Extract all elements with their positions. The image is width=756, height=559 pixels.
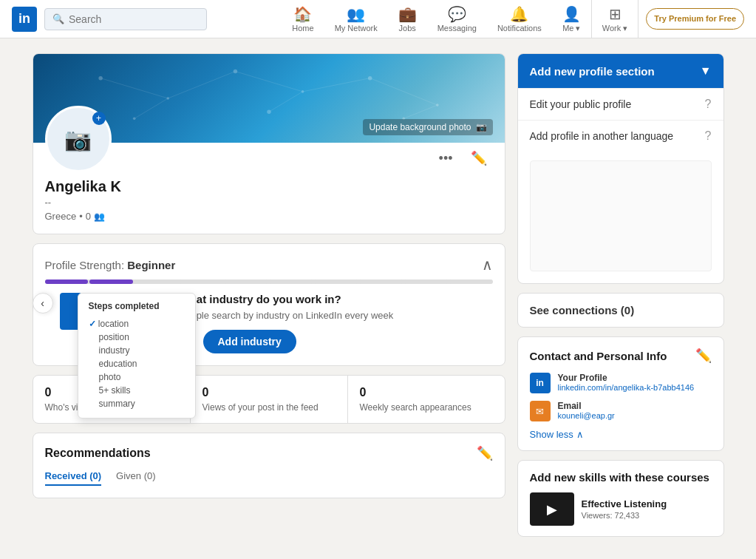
email-icon: ✉ xyxy=(530,401,551,421)
home-icon: 🏠 xyxy=(293,5,312,23)
stat-search-num: 0 xyxy=(360,386,493,399)
contact-edit-button[interactable]: ✏️ xyxy=(695,348,712,364)
avatar-plus-icon: + xyxy=(92,112,106,125)
add-section-card: Add new profile section ▼ Edit your publ… xyxy=(517,53,724,284)
nav-item-home[interactable]: 🏠 Home xyxy=(282,0,324,38)
svg-line-10 xyxy=(168,72,235,98)
profile-top-actions: ••• ✏️ xyxy=(433,147,493,169)
profile-name: Angelika K xyxy=(45,178,493,195)
left-column: Update background photo 📷 📷 + ••• ✏️ Ang… xyxy=(33,53,505,537)
progress-filled-1 xyxy=(45,280,89,284)
progress-empty-1 xyxy=(134,280,178,284)
steps-tooltip: Steps completed ✓ location position indu… xyxy=(78,293,196,419)
right-column: Add new profile section ▼ Edit your publ… xyxy=(517,53,724,537)
profile-url[interactable]: linkedin.com/in/angelika-k-b7abb4146 xyxy=(558,383,695,392)
step-photo: photo xyxy=(89,370,185,384)
work-icon: ⊞ xyxy=(609,5,622,23)
edit-public-profile-item[interactable]: Edit your public profile ? xyxy=(518,88,723,120)
steps-list: ✓ location position industry education p… xyxy=(89,317,185,410)
linkedin-logo[interactable]: in xyxy=(12,7,37,32)
contact-header: Contact and Personal Info ✏️ xyxy=(530,348,712,364)
nav-item-work[interactable]: ⊞ Work ▾ xyxy=(592,0,639,38)
industry-question: What industry do you work in? xyxy=(180,293,493,305)
strength-title: Profile Strength: Beginner xyxy=(45,259,176,271)
me-label: Me ▾ xyxy=(562,24,580,33)
camera-icon: 📷 xyxy=(476,122,487,132)
nav-item-jobs[interactable]: 💼 Jobs xyxy=(388,0,427,38)
stat-search-label: Weekly search appearances xyxy=(360,402,493,413)
play-button-icon: ▶ xyxy=(547,501,557,518)
profile-card: Update background photo 📷 📷 + ••• ✏️ Ang… xyxy=(33,53,505,234)
steps-title: Steps completed xyxy=(89,301,185,311)
add-language-item[interactable]: Add profile in another language ? xyxy=(518,120,723,152)
home-label: Home xyxy=(292,24,313,33)
svg-point-0 xyxy=(98,76,102,80)
strength-progress-bar xyxy=(45,280,493,284)
progress-empty-7 xyxy=(404,280,448,284)
nav-item-messaging[interactable]: 💬 Messaging xyxy=(427,0,487,38)
more-options-button[interactable]: ••• xyxy=(433,148,459,169)
chevron-down-icon: ▼ xyxy=(700,64,712,78)
notifications-icon: 🔔 xyxy=(510,5,528,23)
scroll-left-btn[interactable]: ‹ xyxy=(33,293,53,314)
nav-item-me[interactable]: 👤 Me ▾ xyxy=(552,0,592,38)
stat-item-post-views[interactable]: 0 Views of your post in the feed xyxy=(191,376,348,423)
profile-headline: -- xyxy=(45,197,493,208)
rec-tabs: Received (0) Given (0) xyxy=(45,470,493,486)
top-nav: in 🔍 🏠 Home 👥 My Network 💼 Jobs 💬 Messag… xyxy=(0,0,756,38)
show-less-label: Show less xyxy=(530,429,573,440)
messaging-icon: 💬 xyxy=(448,5,466,23)
progress-empty-3 xyxy=(225,280,268,284)
course-meta: Viewers: 72,433 xyxy=(582,511,667,520)
connections-section[interactable]: See connections (0) xyxy=(517,293,724,328)
step-position: position xyxy=(89,331,185,344)
svg-point-7 xyxy=(267,109,270,113)
svg-line-13 xyxy=(370,78,437,105)
show-less-btn[interactable]: Show less ∧ xyxy=(530,429,712,440)
email-label: Email xyxy=(558,401,615,411)
add-new-section-button[interactable]: Add new profile section ▼ xyxy=(518,54,723,88)
chevron-up-icon: ∧ xyxy=(576,429,584,440)
course-item[interactable]: ▶ Effective Listening Viewers: 72,433 xyxy=(530,492,712,526)
edit-profile-button[interactable]: ✏️ xyxy=(465,147,493,169)
linkedin-profile-icon: in xyxy=(530,373,551,393)
strength-label: Profile Strength: xyxy=(45,259,125,271)
course-info: Effective Listening Viewers: 72,433 xyxy=(582,498,667,520)
step-location-label: location xyxy=(98,319,129,329)
notifications-label: Notifications xyxy=(497,24,542,33)
svg-point-5 xyxy=(436,104,439,106)
course-thumbnail: ▶ xyxy=(530,492,574,526)
search-input[interactable] xyxy=(69,13,199,25)
location-text: Greece xyxy=(45,211,77,222)
nav-item-notifications[interactable]: 🔔 Notifications xyxy=(487,0,552,38)
contact-email-item: ✉ Email kouneli@eap.gr xyxy=(530,401,712,421)
contact-title: Contact and Personal Info xyxy=(530,350,667,362)
recommendations-card: Recommendations ✏️ Received (0) Given (0… xyxy=(33,433,505,498)
jobs-label: Jobs xyxy=(399,24,416,33)
step-education: education xyxy=(89,357,185,370)
update-background-btn[interactable]: Update background photo 📷 xyxy=(363,119,492,135)
strength-card: Profile Strength: Beginner ∧ xyxy=(33,243,505,366)
premium-button[interactable]: Try Premium for Free xyxy=(646,8,744,29)
strength-header: Profile Strength: Beginner ∧ xyxy=(33,244,505,280)
email-value[interactable]: kouneli@eap.gr xyxy=(558,411,615,420)
add-industry-button[interactable]: Add industry xyxy=(203,330,296,353)
avatar[interactable]: 📷 + xyxy=(45,106,112,172)
work-label: Work ▾ xyxy=(602,24,628,33)
strength-collapse-button[interactable]: ∧ xyxy=(482,256,493,274)
network-label: My Network xyxy=(335,24,378,33)
contact-email-info: Email kouneli@eap.gr xyxy=(558,401,615,420)
check-icon: ✓ xyxy=(89,319,98,329)
tab-given[interactable]: Given (0) xyxy=(116,470,155,486)
add-section-label: Add new profile section xyxy=(530,65,655,78)
courses-title: Add new skills with these courses xyxy=(530,471,712,484)
connections-title: See connections (0) xyxy=(530,304,635,316)
svg-line-9 xyxy=(101,78,168,98)
rec-edit-button[interactable]: ✏️ xyxy=(477,445,493,461)
step-skills: 5+ skills xyxy=(89,384,185,397)
me-icon: 👤 xyxy=(562,5,581,23)
stat-item-search[interactable]: 0 Weekly search appearances xyxy=(348,376,505,423)
tab-received[interactable]: Received (0) xyxy=(45,470,102,486)
nav-item-network[interactable]: 👥 My Network xyxy=(324,0,388,38)
step-summary: summary xyxy=(89,397,185,410)
